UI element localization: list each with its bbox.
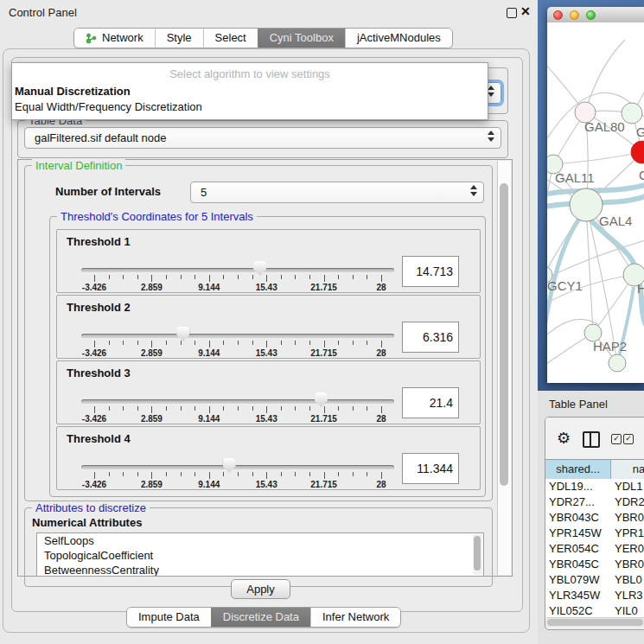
cell-shared-name[interactable]: YDR27... bbox=[549, 494, 609, 510]
slider-thumb[interactable] bbox=[223, 458, 236, 473]
close-traffic-light-icon[interactable] bbox=[553, 10, 563, 20]
threshold-3-panel: Threshold 3 -3.4262.8599.14415.4321.7152… bbox=[56, 360, 481, 424]
cell-shared-name[interactable]: YDL19... bbox=[549, 479, 609, 494]
threshold-value-field[interactable]: 6.316 bbox=[402, 322, 459, 353]
float-window-icon[interactable] bbox=[507, 8, 517, 18]
cell-name[interactable]: YER0 bbox=[615, 541, 644, 557]
table-row[interactable]: YBR043CYBR0 bbox=[545, 510, 644, 526]
cell-name[interactable]: YPR1 bbox=[615, 526, 644, 541]
tab-impute-data[interactable]: Impute Data bbox=[127, 608, 211, 627]
cell-name[interactable]: YBR0 bbox=[615, 510, 644, 526]
slider-tick bbox=[367, 275, 367, 279]
cell-name[interactable]: YDL1 bbox=[615, 479, 644, 494]
cell-shared-name[interactable]: YBR045C bbox=[549, 557, 609, 572]
scrollbar-thumb[interactable] bbox=[474, 536, 481, 571]
gear-icon[interactable]: ⚙ bbox=[557, 429, 571, 447]
table-row[interactable]: YBL079WYBL0 bbox=[545, 572, 644, 588]
attribute-list-item[interactable]: TopologicalCoefficient bbox=[37, 548, 483, 563]
cell-name[interactable]: YDR2 bbox=[615, 494, 644, 510]
table-row[interactable]: YPR145WYPR1 bbox=[545, 526, 644, 541]
node-gal4[interactable] bbox=[570, 188, 603, 221]
slider-tick bbox=[137, 275, 138, 279]
apply-button[interactable]: Apply bbox=[231, 579, 290, 599]
tab-cyni-toolbox[interactable]: Cyni Toolbox bbox=[258, 29, 345, 48]
cell-shared-name[interactable]: YBL079W bbox=[549, 572, 609, 588]
tab-style[interactable]: Style bbox=[155, 29, 203, 48]
table-row[interactable]: YBR045CYBR0 bbox=[545, 557, 644, 572]
slider-thumb[interactable] bbox=[253, 261, 266, 276]
network-canvas[interactable]: GAL80GACGAL11GAL4GCY1HHAP2 bbox=[547, 22, 644, 383]
cell-shared-name[interactable]: YPR145W bbox=[549, 526, 609, 541]
checkbox-icon[interactable]: ✓ bbox=[623, 434, 634, 444]
thresholds-group: Threshold's Coordinates for 5 Intervals … bbox=[49, 216, 486, 497]
horizontal-scrollbar[interactable] bbox=[546, 617, 644, 627]
slider-tick bbox=[338, 406, 339, 411]
scrollbar-thumb[interactable] bbox=[500, 183, 508, 486]
vertical-scrollbar[interactable] bbox=[497, 161, 511, 575]
slider-tick bbox=[166, 275, 167, 279]
slider-thumb[interactable] bbox=[176, 327, 189, 341]
column-header-name[interactable]: na bbox=[611, 460, 644, 479]
slider-tick bbox=[252, 275, 253, 279]
cell-shared-name[interactable]: YBR043C bbox=[549, 510, 609, 526]
slider-thumb[interactable] bbox=[315, 392, 328, 407]
table-panel: ⚙ ✓ ✓ shared... na YDL19...YDL1YDR27...Y… bbox=[545, 417, 644, 630]
threshold-value-field[interactable]: 14.713 bbox=[402, 256, 459, 287]
interval-definition-group: Interval Definition Number of Intervals … bbox=[24, 165, 493, 501]
node-bottom[interactable] bbox=[609, 354, 626, 372]
split-columns-icon[interactable] bbox=[583, 431, 600, 448]
cell-name[interactable]: YBL0 bbox=[615, 572, 644, 588]
table-row[interactable]: YLR345WYLR3 bbox=[545, 588, 644, 603]
scrollbar-thumb[interactable] bbox=[547, 619, 643, 626]
slider-track[interactable] bbox=[81, 399, 394, 404]
checkbox-icon[interactable]: ✓ bbox=[611, 434, 622, 444]
slider-track[interactable] bbox=[81, 465, 394, 469]
numerical-attributes-label: Numerical Attributes bbox=[32, 516, 142, 529]
numerical-attributes-list[interactable]: SelfLoopsTopologicalCoefficientBetweenne… bbox=[36, 532, 484, 577]
tab-jactivemnodules[interactable]: jActiveMNodules bbox=[345, 29, 452, 48]
column-header-shared-name[interactable]: shared... bbox=[545, 460, 611, 479]
table-row[interactable]: YER054CYER0 bbox=[545, 541, 644, 557]
slider-tick-label: 15.43 bbox=[256, 480, 277, 489]
slider-tick-label: 9.144 bbox=[198, 480, 220, 489]
attribute-list-item[interactable]: SelfLoops bbox=[37, 533, 483, 548]
cell-shared-name[interactable]: YLR345W bbox=[549, 588, 609, 603]
slider-tick bbox=[151, 341, 152, 348]
popup-item-manual[interactable]: Manual Discretization bbox=[15, 85, 131, 98]
number-of-intervals-spinner[interactable]: 5 bbox=[190, 182, 484, 203]
threshold-title: Threshold 1 bbox=[67, 235, 131, 248]
zoom-traffic-light-icon[interactable] bbox=[586, 10, 596, 20]
slider-tick bbox=[223, 472, 224, 476]
tab-select[interactable]: Select bbox=[203, 29, 258, 48]
tab-network[interactable]: Network bbox=[74, 29, 155, 48]
slider-tick-label: 2.859 bbox=[141, 480, 163, 489]
slider-tick bbox=[181, 341, 182, 345]
table-row[interactable]: YDR27...YDR2 bbox=[545, 494, 644, 510]
settings-viewport: Interval Definition Number of Intervals … bbox=[17, 159, 513, 577]
table-data-combobox[interactable]: galFiltered.sif default node bbox=[24, 127, 501, 149]
tab-discretize-data[interactable]: Discretize Data bbox=[211, 608, 310, 627]
cell-name[interactable]: YLR3 bbox=[615, 588, 644, 603]
cell-shared-name[interactable]: YER054C bbox=[549, 541, 609, 557]
close-icon[interactable]: ✕ bbox=[520, 4, 531, 18]
intervals-value: 5 bbox=[201, 186, 207, 199]
slider-tick bbox=[123, 341, 124, 345]
slider-track[interactable] bbox=[81, 268, 394, 272]
network-window-titlebar[interactable] bbox=[547, 7, 644, 23]
slider-tick bbox=[281, 341, 282, 345]
tab-infer-network[interactable]: Infer Network bbox=[310, 608, 400, 627]
slider-tick bbox=[151, 472, 152, 479]
popup-item-equal-width[interactable]: Equal Width/Frequency Discretization bbox=[15, 100, 202, 113]
attribute-list-item[interactable]: BetweennessCentrality bbox=[37, 563, 483, 577]
cell-name[interactable]: YBR0 bbox=[615, 557, 644, 572]
slider-tick bbox=[309, 341, 310, 345]
minimize-traffic-light-icon[interactable] bbox=[570, 10, 579, 20]
threshold-4-panel: Threshold 4 -3.4262.8599.14415.4321.7152… bbox=[56, 426, 481, 490]
list-scrollbar[interactable] bbox=[473, 534, 482, 575]
control-panel-tabs: Network Style Select Cyni Toolbox jActiv… bbox=[73, 28, 453, 48]
slider-track[interactable] bbox=[81, 334, 394, 338]
threshold-value-field[interactable]: 21.4 bbox=[402, 387, 459, 418]
table-row[interactable]: YDL19...YDL1 bbox=[545, 479, 644, 494]
threshold-value-field[interactable]: 11.344 bbox=[402, 453, 459, 484]
slider-tick bbox=[324, 472, 325, 479]
